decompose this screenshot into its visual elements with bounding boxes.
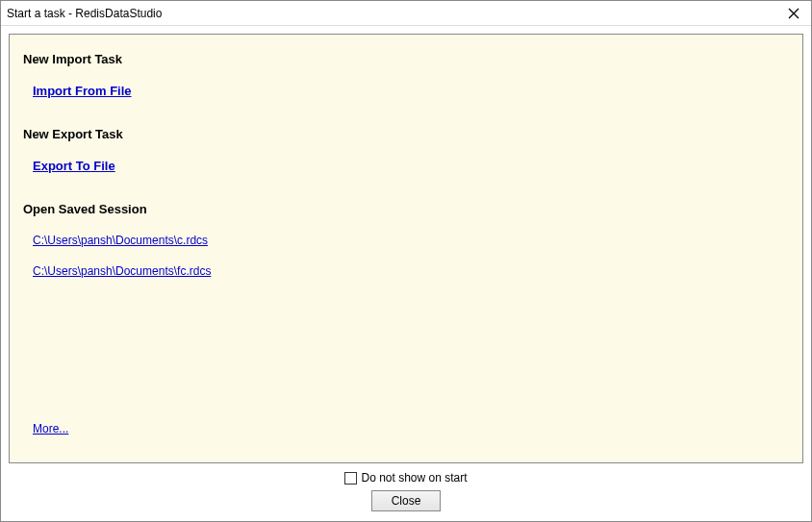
export-to-file-link[interactable]: Export To File [33,159,115,173]
do-not-show-label: Do not show on start [361,471,467,485]
do-not-show-checkbox[interactable] [344,472,357,485]
window-title: Start a task - RedisDataStudio [5,7,162,20]
do-not-show-row: Do not show on start [344,471,467,485]
saved-session-link[interactable]: C:\Users\pansh\Documents\c.rdcs [33,234,208,247]
import-heading: New Import Task [23,52,789,66]
more-link[interactable]: More... [33,422,68,435]
dialog-window: Start a task - RedisDataStudio New Impor… [0,0,812,522]
footer: Do not show on start Close [9,463,803,515]
saved-session-link[interactable]: C:\Users\pansh\Documents\fc.rdcs [33,264,211,278]
titlebar: Start a task - RedisDataStudio [1,1,811,26]
session-heading: Open Saved Session [23,202,789,216]
close-icon[interactable] [786,6,801,21]
main-panel: New Import Task Import From File New Exp… [9,34,803,463]
export-heading: New Export Task [23,127,789,141]
content-area: New Import Task Import From File New Exp… [1,26,811,521]
close-button[interactable]: Close [371,490,441,511]
import-from-file-link[interactable]: Import From File [33,84,132,98]
